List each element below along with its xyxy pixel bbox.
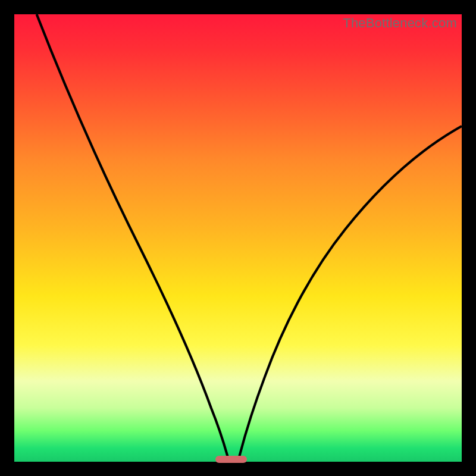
right-curve [238,126,462,462]
gradient-plot-area: TheBottleneck.com [14,14,462,462]
bottleneck-marker [215,456,247,463]
curve-layer [14,14,462,462]
left-curve [37,14,229,462]
chart-frame: TheBottleneck.com [14,14,462,462]
